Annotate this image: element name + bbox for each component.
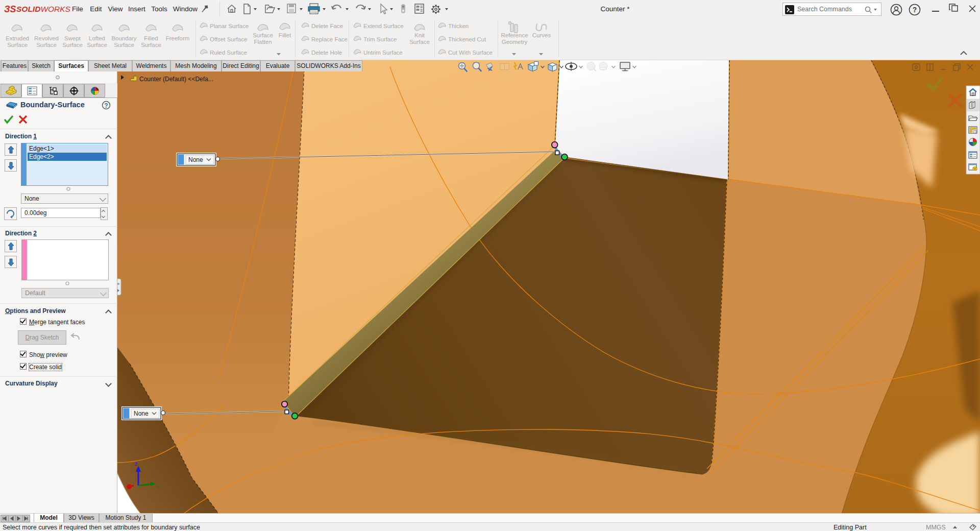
svg-text:Z: Z bbox=[135, 462, 138, 467]
svg-text:?: ? bbox=[104, 102, 108, 109]
svg-text:None: None bbox=[134, 410, 149, 417]
svg-text:Counter (Default) <<Defa...: Counter (Default) <<Defa... bbox=[139, 76, 213, 83]
svg-text:?: ? bbox=[913, 6, 917, 14]
svg-text:SOLIDWORKS: SOLIDWORKS bbox=[16, 5, 71, 13]
svg-text:Y: Y bbox=[156, 485, 159, 490]
svg-text:ЗS: ЗS bbox=[4, 4, 16, 14]
svg-text:None: None bbox=[188, 156, 203, 163]
